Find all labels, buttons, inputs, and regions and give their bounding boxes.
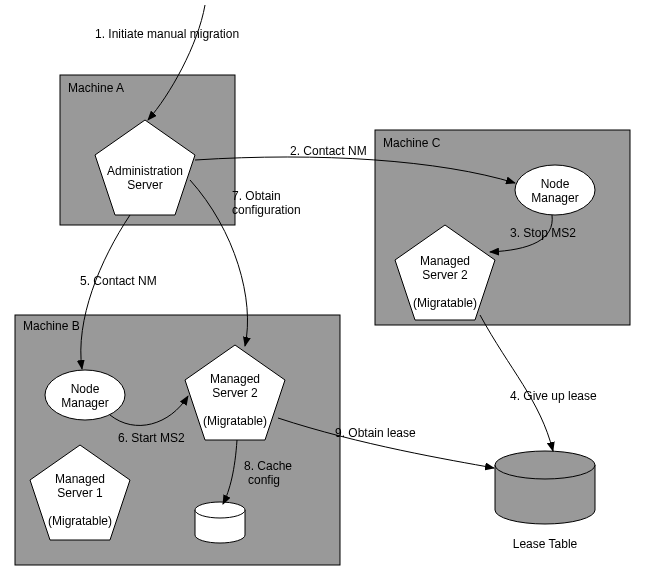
node-manager-b-label-1: Node xyxy=(71,382,100,396)
ms1-label-1: Managed xyxy=(55,472,105,486)
step-7-label-a: 7. Obtain xyxy=(232,189,281,203)
lease-table-cylinder xyxy=(495,451,595,524)
ms2b-label-2: Server 2 xyxy=(212,386,258,400)
step-4-label: 4. Give up lease xyxy=(510,389,597,403)
ms2c-label-3: (Migratable) xyxy=(413,296,477,310)
cache-config-cylinder xyxy=(195,502,245,543)
admin-server-label-1: Administration xyxy=(107,164,183,178)
step-5-label: 5. Contact NM xyxy=(80,274,157,288)
step-3-label: 3. Stop MS2 xyxy=(510,226,576,240)
step-8-label-a: 8. Cache xyxy=(244,459,292,473)
ms1-label-3: (Migratable) xyxy=(48,514,112,528)
step-6-label: 6. Start MS2 xyxy=(118,431,185,445)
node-manager-c-label-2: Manager xyxy=(531,191,578,205)
ms2b-label-3: (Migratable) xyxy=(203,414,267,428)
machine-b-label: Machine B xyxy=(23,319,80,333)
admin-server-label-2: Server xyxy=(127,178,162,192)
ms2c-label-1: Managed xyxy=(420,254,470,268)
ms2c-label-2: Server 2 xyxy=(422,268,468,282)
machine-c-label: Machine C xyxy=(383,136,441,150)
ms1-label-2: Server 1 xyxy=(57,486,103,500)
migration-diagram: Machine A Machine B Machine C Administra… xyxy=(0,0,646,568)
node-manager-b-label-2: Manager xyxy=(61,396,108,410)
step-2-label: 2. Contact NM xyxy=(290,144,367,158)
svg-point-0 xyxy=(195,502,245,518)
step-7-label-b: configuration xyxy=(232,203,301,217)
lease-table-label: Lease Table xyxy=(513,537,578,551)
svg-point-1 xyxy=(495,451,595,479)
step-9-label: 9. Obtain lease xyxy=(335,426,416,440)
step-8-label-b: config xyxy=(248,473,280,487)
step-1-label: 1. Initiate manual migration xyxy=(95,27,239,41)
arrow-step-4 xyxy=(480,315,553,451)
node-manager-c-label-1: Node xyxy=(541,177,570,191)
ms2b-label-1: Managed xyxy=(210,372,260,386)
machine-a-label: Machine A xyxy=(68,81,124,95)
